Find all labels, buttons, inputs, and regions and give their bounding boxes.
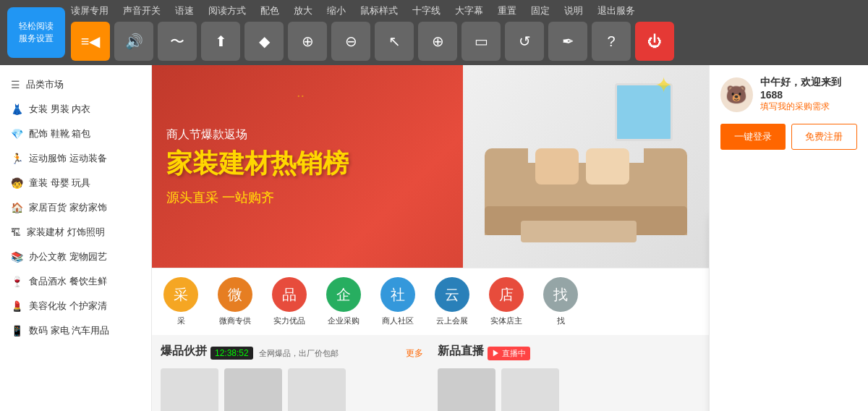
sidebar-item-construction[interactable]: 🏗 家装建材 灯饰照明 [0, 220, 151, 245]
pen-icon: ✒ [562, 33, 574, 50]
kids-icon: 🧒 [11, 177, 23, 189]
greeting-text: 中午好，欢迎来到1688 [760, 76, 857, 101]
sidebar-item-category-market[interactable]: ☰ 品类市场 [0, 72, 151, 97]
cat-label: 企业采购 [328, 315, 359, 326]
toolbar-labels: 读屏专用 声音开关 语速 阅读方式 配色 放大 缩小 鼠标样式 十字线 大字幕 … [71, 4, 674, 17]
volume-icon: 🔊 [125, 33, 143, 50]
cat-label: 采 [177, 315, 185, 326]
cat-label: 云上会展 [436, 315, 468, 326]
section-desc-left: 全网爆品，出厂价包邮 [259, 348, 339, 359]
cat-item-find[interactable]: 找 找 [539, 277, 582, 326]
user-greeting: 🐻 中午好，欢迎来到1688 填写我的采购需求 [710, 65, 868, 124]
label-speed[interactable]: 语速 [175, 4, 194, 17]
label-cross[interactable]: 十字线 [412, 4, 441, 17]
sidebar-label: 家居百货 家纺家饰 [29, 201, 107, 214]
label-reset[interactable]: 重置 [498, 4, 516, 17]
crosshair-icon: ⊕ [432, 33, 444, 50]
toolbar-icon-row: ≡◀ 🔊 〜 ⬆ ◆ ⊕ ⊖ ↖ ⊕ [71, 22, 674, 61]
diamond-icon: ◆ [259, 33, 270, 50]
zoom-out-icon: ⊖ [345, 33, 357, 50]
banner-desc: 源头直采 一站购齐 [166, 189, 349, 206]
sidebar-label: 童装 母婴 玩具 [29, 177, 90, 190]
zoom-in-button[interactable]: ⊕ [288, 22, 327, 61]
home-icon: 🏠 [11, 202, 23, 213]
upload-icon: ⬆ [215, 33, 227, 50]
cat-item-shilifenpin[interactable]: 品 实力优品 [268, 277, 311, 326]
rotate-button[interactable]: ↺ [505, 22, 544, 61]
cat-item-qiye[interactable]: 企 企业采购 [322, 277, 365, 326]
cat-label: 找 [557, 315, 565, 326]
diamond-button[interactable]: ◆ [244, 22, 284, 61]
crosshair-button[interactable]: ⊕ [418, 22, 457, 61]
label-zoomin[interactable]: 放大 [294, 4, 312, 17]
section-title-right: 新品直播 [438, 344, 484, 359]
label-sound[interactable]: 声音开关 [123, 4, 161, 17]
sidebar-item-kids[interactable]: 🧒 童装 母婴 玩具 [0, 171, 151, 195]
label-exit[interactable]: 退出服务 [597, 4, 635, 17]
label-dusping[interactable]: 读屏专用 [71, 4, 109, 17]
right-section: 新品直播 ▶ 直播中 [438, 344, 700, 411]
cat-icon-yunshang: 云 [435, 277, 469, 312]
construction-icon: 🏗 [11, 226, 21, 238]
cursor-button[interactable]: ↖ [375, 22, 414, 61]
help-icon: ? [607, 33, 615, 50]
label-readmode[interactable]: 阅读方式 [208, 4, 246, 17]
cat-item-yunshang[interactable]: 云 云上会展 [430, 277, 474, 326]
food-icon: 🍷 [11, 276, 23, 287]
top-toolbar: 轻松阅读 服务设置 读屏专用 声音开关 语速 阅读方式 配色 放大 缩小 鼠标样… [0, 0, 868, 65]
bottom-section: 爆品伙拼 12:38:52 全网爆品，出厂价包邮 更多 新品直播 ▶ 直播中 [152, 335, 709, 411]
menu-icon: ☰ [11, 79, 20, 90]
sidebar-item-office[interactable]: 📚 办公文教 宠物园艺 [0, 245, 151, 269]
login-button[interactable]: 一键登录 [720, 124, 786, 150]
label-zoomout[interactable]: 缩小 [327, 4, 346, 17]
reading-mode-button[interactable]: ≡◀ [71, 22, 110, 61]
cat-item-shiti[interactable]: 店 实体店主 [485, 277, 528, 326]
product-thumb-1 [161, 368, 218, 411]
waveform-button[interactable]: 〜 [158, 22, 197, 61]
banner-subtitle: 商人节爆款返场 [166, 127, 349, 143]
cat-icon-shiti: 店 [489, 277, 524, 312]
zoom-out-button[interactable]: ⊖ [331, 22, 370, 61]
screen-button[interactable]: ▭ [461, 22, 501, 61]
sidebar: ☰ 品类市场 👗 女装 男装 内衣 💎 配饰 鞋靴 箱包 🏃 运动服饰 运动装备… [0, 65, 152, 411]
power-button[interactable]: ⏻ [635, 22, 674, 61]
sidebar-item-accessories[interactable]: 💎 配饰 鞋靴 箱包 [0, 122, 151, 146]
service-logo[interactable]: 轻松阅读 服务设置 [7, 7, 65, 58]
section-title-left: 爆品伙拼 [161, 344, 207, 359]
cat-item-cai[interactable]: 采 采 [159, 277, 203, 326]
zoom-in-icon: ⊕ [302, 33, 314, 50]
sidebar-item-fashion[interactable]: 👗 女装 男装 内衣 [0, 97, 151, 122]
upload-button[interactable]: ⬆ [201, 22, 240, 61]
help-button[interactable]: ? [592, 22, 631, 61]
cat-item-weishang[interactable]: 微 微商专供 [213, 277, 257, 326]
more-link-left[interactable]: 更多 [406, 347, 423, 360]
electronics-icon: 📱 [11, 325, 23, 336]
sidebar-item-beauty[interactable]: 💄 美容化妆 个护家清 [0, 294, 151, 318]
sidebar-item-food[interactable]: 🍷 食品酒水 餐饮生鲜 [0, 269, 151, 294]
greeting-sub[interactable]: 填写我的采购需求 [760, 101, 857, 113]
product-thumb-3 [288, 368, 346, 411]
label-help[interactable]: 说明 [564, 4, 583, 17]
label-mouse[interactable]: 鼠标样式 [360, 4, 398, 17]
label-color[interactable]: 配色 [260, 4, 279, 17]
cat-item-shangren[interactable]: 社 商人社区 [376, 277, 420, 326]
cat-label: 实力优品 [273, 315, 305, 326]
pen-button[interactable]: ✒ [548, 22, 587, 61]
sidebar-label: 运动服饰 运动装备 [29, 152, 107, 165]
login-buttons: 一键登录 免费注册 [710, 124, 868, 150]
sidebar-item-home[interactable]: 🏠 家居百货 家纺家饰 [0, 195, 151, 220]
sidebar-item-sports[interactable]: 🏃 运动服饰 运动装备 [0, 146, 151, 171]
fashion-icon: 👗 [11, 103, 23, 115]
left-section: 爆品伙拼 12:38:52 全网爆品，出厂价包邮 更多 [161, 344, 423, 411]
sidebar-label: 办公文教 宠物园艺 [29, 250, 107, 263]
label-fix[interactable]: 固定 [531, 4, 550, 17]
sports-icon: 🏃 [11, 153, 23, 164]
sidebar-item-electronics[interactable]: 📱 数码 家电 汽车用品 [0, 318, 151, 343]
sidebar-label: 数码 家电 汽车用品 [29, 324, 109, 337]
cat-label: 实体店主 [490, 315, 522, 326]
label-bigtext[interactable]: 大字幕 [455, 4, 483, 17]
product-thumb-2 [224, 368, 282, 411]
volume-button[interactable]: 🔊 [114, 22, 153, 61]
right-panel: 🐻 中午好，欢迎来到1688 填写我的采购需求 一键登录 免费注册 [709, 65, 868, 411]
register-button[interactable]: 免费注册 [791, 124, 858, 150]
